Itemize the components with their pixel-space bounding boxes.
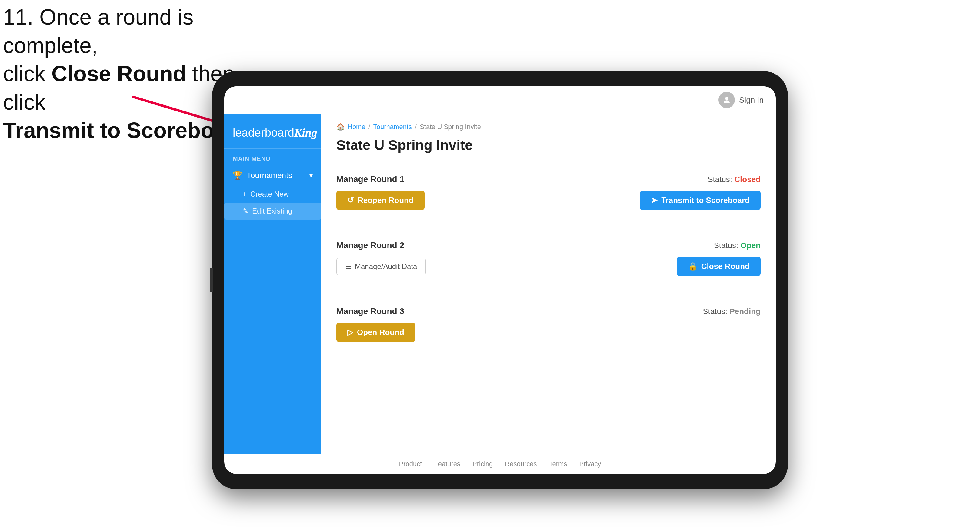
sidebar-edit-existing[interactable]: ✎ Edit Existing: [224, 203, 321, 220]
home-icon: 🏠: [336, 123, 345, 131]
main-content: 🏠 Home / Tournaments / State U Spring In…: [321, 114, 776, 454]
round-2-title: Manage Round 2: [336, 240, 404, 250]
tablet-side-button: [210, 268, 213, 292]
sign-in-label[interactable]: Sign In: [739, 95, 764, 105]
close-round-button[interactable]: 🔒 Close Round: [677, 257, 760, 276]
round-2-actions: ☰ Manage/Audit Data 🔒 Close Round: [336, 257, 760, 276]
create-new-label: Create New: [250, 190, 289, 198]
footer-pricing[interactable]: Pricing: [473, 460, 493, 468]
sidebar-logo: leaderboardKing: [224, 120, 321, 149]
sidebar-item-tournaments[interactable]: 🏆 Tournaments ▾: [224, 165, 321, 186]
logo-text: leaderboardKing: [233, 126, 313, 139]
app-footer: Product Features Pricing Resources Terms…: [224, 454, 776, 474]
transmit-icon: ➤: [651, 196, 657, 205]
chevron-down-icon: ▾: [309, 172, 313, 179]
breadcrumb-sep2: /: [415, 123, 417, 131]
round-2-status-value: Open: [741, 241, 760, 250]
breadcrumb-tournaments[interactable]: Tournaments: [373, 123, 412, 131]
reopen-label: Reopen Round: [358, 196, 414, 205]
manage-label: Manage/Audit Data: [355, 262, 417, 271]
sign-in-area: Sign In: [719, 92, 764, 108]
sidebar: leaderboardKing MAIN MENU 🏆 Tournaments …: [224, 114, 321, 454]
tablet-frame: Sign In leaderboardKing MAIN MENU 🏆 Tour…: [212, 71, 788, 489]
round-1-header: Manage Round 1 Status: Closed: [336, 175, 760, 184]
reopen-icon: ↺: [347, 196, 354, 205]
svg-point-2: [725, 97, 728, 100]
footer-product[interactable]: Product: [399, 460, 422, 468]
logo-leaderboard: leaderboard: [233, 126, 294, 139]
round-1-status-value: Closed: [734, 175, 760, 184]
round-1-title: Manage Round 1: [336, 175, 404, 184]
breadcrumb-home[interactable]: Home: [348, 123, 366, 131]
round-3-actions: ▷ Open Round: [336, 323, 760, 342]
sidebar-item-tournaments-inner: 🏆 Tournaments: [233, 171, 292, 180]
main-menu-label: MAIN MENU: [224, 149, 321, 165]
round-3-status-value: Pending: [729, 307, 760, 316]
sidebar-create-new[interactable]: + Create New: [224, 186, 321, 203]
lock-icon: 🔒: [688, 262, 698, 271]
app-header: Sign In: [224, 86, 776, 114]
reopen-round-button[interactable]: ↺ Reopen Round: [336, 191, 425, 210]
close-label: Close Round: [701, 262, 750, 271]
round-2-header: Manage Round 2 Status: Open: [336, 240, 760, 250]
instruction-bold1: Close Round: [51, 62, 186, 86]
manage-icon: ☰: [345, 262, 352, 271]
round-1-section: Manage Round 1 Status: Closed ↺ Reopen R…: [336, 165, 760, 219]
footer-resources[interactable]: Resources: [505, 460, 537, 468]
round-2-section: Manage Round 2 Status: Open ☰ Manage/Aud…: [336, 232, 760, 285]
logo-king: King: [294, 126, 317, 139]
instruction-line1: 11. Once a round is complete,: [3, 5, 193, 57]
footer-features[interactable]: Features: [434, 460, 460, 468]
manage-audit-button[interactable]: ☰ Manage/Audit Data: [336, 258, 426, 275]
footer-terms[interactable]: Terms: [549, 460, 567, 468]
round-1-status: Status: Closed: [708, 175, 760, 184]
open-icon: ▷: [347, 328, 353, 337]
sidebar-tournaments-label: Tournaments: [247, 171, 292, 180]
transmit-scoreboard-button[interactable]: ➤ Transmit to Scoreboard: [640, 191, 760, 210]
round-3-section: Manage Round 3 Status: Pending ▷ Open Ro…: [336, 297, 760, 351]
tablet-screen: Sign In leaderboardKing MAIN MENU 🏆 Tour…: [224, 86, 776, 474]
plus-icon: +: [242, 190, 247, 198]
instruction-line2: click: [3, 62, 51, 86]
round-2-status: Status: Open: [714, 241, 760, 250]
round-3-title: Manage Round 3: [336, 306, 404, 316]
open-round-button[interactable]: ▷ Open Round: [336, 323, 415, 342]
round-1-actions: ↺ Reopen Round ➤ Transmit to Scoreboard: [336, 191, 760, 210]
breadcrumb-current: State U Spring Invite: [420, 123, 481, 131]
page-title: State U Spring Invite: [336, 137, 760, 153]
footer-privacy[interactable]: Privacy: [579, 460, 601, 468]
breadcrumb: 🏠 Home / Tournaments / State U Spring In…: [336, 123, 760, 131]
avatar-icon: [719, 92, 735, 108]
round-3-header: Manage Round 3 Status: Pending: [336, 306, 760, 316]
app-body: leaderboardKing MAIN MENU 🏆 Tournaments …: [224, 114, 776, 454]
edit-icon: ✎: [242, 207, 248, 215]
edit-existing-label: Edit Existing: [252, 207, 292, 215]
transmit-label: Transmit to Scoreboard: [661, 196, 750, 205]
open-label: Open Round: [357, 328, 404, 337]
breadcrumb-sep1: /: [369, 123, 370, 131]
trophy-icon: 🏆: [233, 171, 242, 180]
round-3-status: Status: Pending: [703, 307, 760, 316]
